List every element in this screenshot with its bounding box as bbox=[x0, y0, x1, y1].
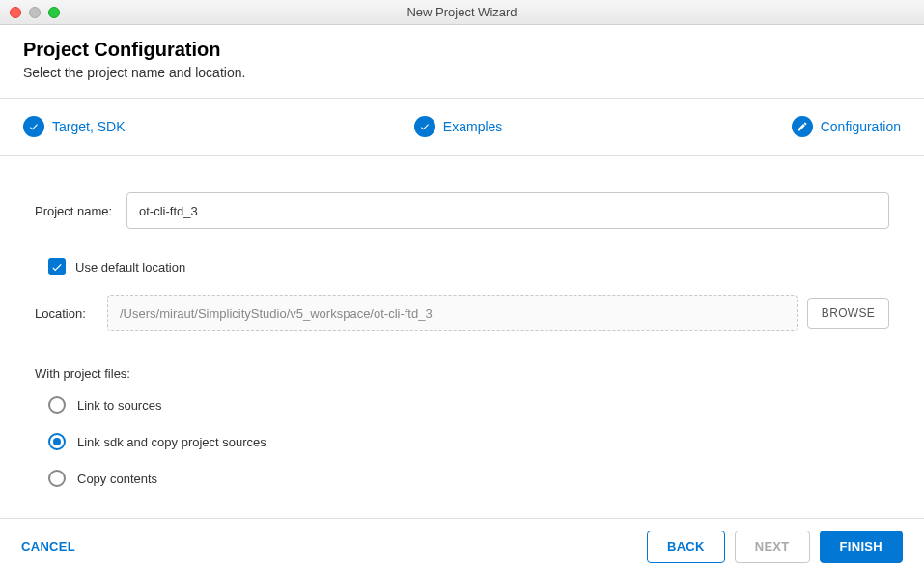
maximize-window-button[interactable] bbox=[48, 7, 60, 18]
use-default-location-checkbox[interactable]: Use default location bbox=[48, 258, 889, 275]
wizard-footer: CANCEL BACK NEXT FINISH bbox=[0, 518, 924, 574]
window-controls bbox=[10, 7, 60, 18]
radio-label: Link to sources bbox=[77, 398, 161, 413]
radio-copy-contents[interactable]: Copy contents bbox=[48, 470, 889, 487]
radio-checked-icon bbox=[48, 433, 66, 450]
wizard-stepper: Target, SDK Examples Configuration bbox=[0, 99, 924, 156]
next-button: NEXT bbox=[735, 531, 810, 563]
radio-link-to-sources[interactable]: Link to sources bbox=[48, 396, 889, 414]
page-title: Project Configuration bbox=[23, 39, 901, 61]
wizard-header: Project Configuration Select the project… bbox=[0, 25, 924, 99]
back-button[interactable]: BACK bbox=[647, 531, 725, 563]
cancel-button[interactable]: CANCEL bbox=[21, 539, 75, 554]
window-title: New Project Wizard bbox=[0, 5, 924, 19]
project-name-input[interactable] bbox=[126, 192, 889, 229]
wizard-content: Project name: Use default location Locat… bbox=[0, 156, 924, 516]
location-label: Location: bbox=[35, 306, 98, 321]
step-label: Configuration bbox=[821, 119, 901, 134]
close-window-button[interactable] bbox=[10, 7, 21, 18]
step-target-sdk[interactable]: Target, SDK bbox=[23, 116, 125, 137]
browse-button[interactable]: BROWSE bbox=[807, 298, 889, 329]
radio-unchecked-icon bbox=[48, 470, 66, 487]
step-configuration[interactable]: Configuration bbox=[792, 116, 901, 137]
radio-link-sdk-copy[interactable]: Link sdk and copy project sources bbox=[48, 433, 889, 450]
radio-label: Copy contents bbox=[77, 472, 157, 486]
checkbox-checked-icon bbox=[48, 258, 66, 275]
check-icon bbox=[23, 116, 44, 137]
step-label: Target, SDK bbox=[52, 119, 125, 134]
step-examples[interactable]: Examples bbox=[414, 116, 502, 137]
check-icon bbox=[414, 116, 435, 137]
finish-button[interactable]: FINISH bbox=[820, 531, 903, 563]
radio-unchecked-icon bbox=[48, 396, 66, 414]
with-project-files-label: With project files: bbox=[35, 366, 889, 381]
step-label: Examples bbox=[443, 119, 502, 134]
checkbox-label: Use default location bbox=[75, 260, 185, 274]
pencil-icon bbox=[792, 116, 813, 137]
radio-label: Link sdk and copy project sources bbox=[77, 435, 266, 449]
location-input bbox=[107, 295, 798, 331]
project-name-label: Project name: bbox=[35, 204, 126, 218]
page-subtitle: Select the project name and location. bbox=[23, 65, 901, 80]
minimize-window-button[interactable] bbox=[29, 7, 41, 18]
titlebar: New Project Wizard bbox=[0, 0, 924, 25]
